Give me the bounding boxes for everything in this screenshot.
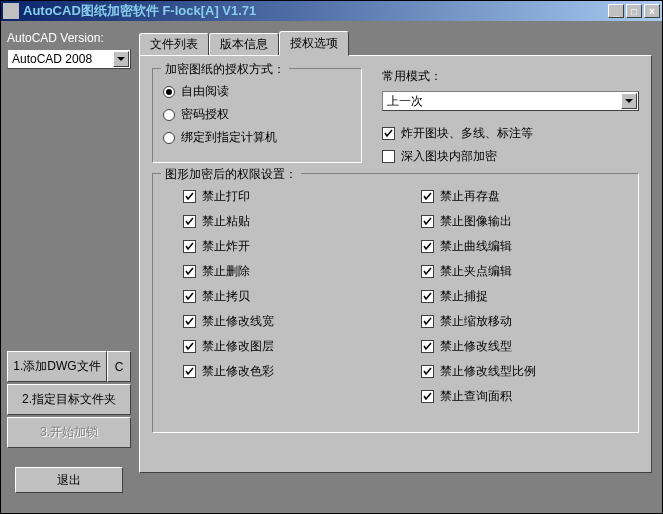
main-window: AutoCAD图纸加密软件 F-lock[A] V1.71 _ □ × Auto… bbox=[0, 0, 663, 514]
titlebar[interactable]: AutoCAD图纸加密软件 F-lock[A] V1.71 _ □ × bbox=[1, 1, 662, 21]
mode-panel: 常用模式： 上一次 炸开图块、多线、标注等 bbox=[382, 68, 639, 173]
perm-checkbox[interactable]: 禁止修改色彩 bbox=[183, 363, 391, 380]
perms-col-left: 禁止打印禁止粘贴禁止炸开禁止删除禁止拷贝禁止修改线宽禁止修改图层禁止修改色彩 bbox=[183, 188, 391, 413]
checkbox-explode[interactable]: 炸开图块、多线、标注等 bbox=[382, 125, 639, 142]
perm-checkbox[interactable]: 禁止曲线编辑 bbox=[421, 238, 629, 255]
radio-icon bbox=[163, 109, 175, 121]
checkbox-icon bbox=[382, 150, 395, 163]
perm-checkbox[interactable]: 禁止修改线宽 bbox=[183, 313, 391, 330]
radio-label: 自由阅读 bbox=[181, 83, 229, 100]
checkbox-label: 禁止图像输出 bbox=[440, 213, 512, 230]
tab-file-list[interactable]: 文件列表 bbox=[139, 33, 209, 55]
checkbox-icon bbox=[183, 265, 196, 278]
mode-label: 常用模式： bbox=[382, 68, 639, 85]
perm-checkbox[interactable]: 禁止拷贝 bbox=[183, 288, 391, 305]
checkbox-icon bbox=[421, 215, 434, 228]
checkbox-label: 禁止修改线宽 bbox=[202, 313, 274, 330]
close-button[interactable]: × bbox=[644, 4, 660, 18]
checkbox-label: 禁止粘贴 bbox=[202, 213, 250, 230]
checkbox-icon bbox=[421, 240, 434, 253]
radio-free-read[interactable]: 自由阅读 bbox=[163, 83, 351, 100]
left-buttons: 1.添加DWG文件 C 2.指定目标文件夹 3.开始加锁 bbox=[7, 351, 131, 450]
checkbox-label: 禁止再存盘 bbox=[440, 188, 500, 205]
checkbox-icon bbox=[183, 215, 196, 228]
tab-strip: 文件列表 版本信息 授权选项 bbox=[139, 31, 652, 55]
radio-label: 密码授权 bbox=[181, 106, 229, 123]
perm-checkbox[interactable]: 禁止修改线型比例 bbox=[421, 363, 629, 380]
radio-icon bbox=[163, 132, 175, 144]
checkbox-label: 禁止夹点编辑 bbox=[440, 263, 512, 280]
app-icon bbox=[3, 3, 19, 19]
perm-checkbox[interactable]: 禁止夹点编辑 bbox=[421, 263, 629, 280]
tab-content: 加密图纸的授权方式： 自由阅读 密码授权 绑定到指定计算机 bbox=[139, 55, 652, 473]
start-lock-button[interactable]: 3.开始加锁 bbox=[7, 417, 131, 448]
checkbox-label: 禁止修改图层 bbox=[202, 338, 274, 355]
version-value: AutoCAD 2008 bbox=[12, 52, 92, 66]
checkbox-label: 禁止打印 bbox=[202, 188, 250, 205]
checkbox-label: 深入图块内部加密 bbox=[401, 148, 497, 165]
checkbox-deep-encrypt[interactable]: 深入图块内部加密 bbox=[382, 148, 639, 165]
perm-checkbox[interactable]: 禁止删除 bbox=[183, 263, 391, 280]
perms-groupbox: 图形加密后的权限设置： 禁止打印禁止粘贴禁止炸开禁止删除禁止拷贝禁止修改线宽禁止… bbox=[152, 173, 639, 433]
mode-value: 上一次 bbox=[387, 93, 423, 110]
tab-area: 文件列表 版本信息 授权选项 加密图纸的授权方式： 自由阅读 密码授权 bbox=[139, 31, 652, 469]
add-dwg-button[interactable]: 1.添加DWG文件 bbox=[7, 351, 107, 382]
checkbox-label: 炸开图块、多线、标注等 bbox=[401, 125, 533, 142]
checkbox-icon bbox=[421, 190, 434, 203]
checkbox-icon bbox=[183, 240, 196, 253]
checkbox-icon bbox=[421, 390, 434, 403]
checkbox-label: 禁止修改线型 bbox=[440, 338, 512, 355]
autocad-version-select[interactable]: AutoCAD 2008 bbox=[7, 49, 131, 69]
perm-checkbox[interactable]: 禁止图像输出 bbox=[421, 213, 629, 230]
checkbox-icon bbox=[382, 127, 395, 140]
left-panel: AutoCAD Version: AutoCAD 2008 bbox=[7, 31, 131, 69]
checkbox-icon bbox=[183, 315, 196, 328]
perms-col-right: 禁止再存盘禁止图像输出禁止曲线编辑禁止夹点编辑禁止捕捉禁止缩放移动禁止修改线型禁… bbox=[421, 188, 629, 413]
perm-checkbox[interactable]: 禁止再存盘 bbox=[421, 188, 629, 205]
perm-checkbox[interactable]: 禁止修改图层 bbox=[183, 338, 391, 355]
perm-checkbox[interactable]: 禁止查询面积 bbox=[421, 388, 629, 405]
chevron-down-icon bbox=[113, 51, 129, 67]
tab-auth-options[interactable]: 授权选项 bbox=[279, 31, 349, 56]
target-folder-button[interactable]: 2.指定目标文件夹 bbox=[7, 384, 131, 415]
perm-checkbox[interactable]: 禁止缩放移动 bbox=[421, 313, 629, 330]
checkbox-icon bbox=[421, 290, 434, 303]
clear-button[interactable]: C bbox=[107, 351, 131, 382]
perm-checkbox[interactable]: 禁止粘贴 bbox=[183, 213, 391, 230]
checkbox-label: 禁止修改线型比例 bbox=[440, 363, 536, 380]
window-title: AutoCAD图纸加密软件 F-lock[A] V1.71 bbox=[23, 2, 608, 20]
checkbox-label: 禁止拷贝 bbox=[202, 288, 250, 305]
radio-password[interactable]: 密码授权 bbox=[163, 106, 351, 123]
minimize-button[interactable]: _ bbox=[608, 4, 624, 18]
checkbox-label: 禁止缩放移动 bbox=[440, 313, 512, 330]
checkbox-icon bbox=[183, 365, 196, 378]
auth-groupbox: 加密图纸的授权方式： 自由阅读 密码授权 绑定到指定计算机 bbox=[152, 68, 362, 163]
checkbox-icon bbox=[183, 190, 196, 203]
tab-version-info[interactable]: 版本信息 bbox=[209, 33, 279, 55]
chevron-down-icon bbox=[621, 93, 637, 109]
checkbox-label: 禁止修改色彩 bbox=[202, 363, 274, 380]
mode-select[interactable]: 上一次 bbox=[382, 91, 639, 111]
version-label: AutoCAD Version: bbox=[7, 31, 131, 45]
checkbox-label: 禁止曲线编辑 bbox=[440, 238, 512, 255]
checkbox-icon bbox=[421, 315, 434, 328]
maximize-button[interactable]: □ bbox=[626, 4, 642, 18]
checkbox-icon bbox=[183, 290, 196, 303]
checkbox-icon bbox=[421, 365, 434, 378]
perm-checkbox[interactable]: 禁止捕捉 bbox=[421, 288, 629, 305]
perm-checkbox[interactable]: 禁止打印 bbox=[183, 188, 391, 205]
checkbox-icon bbox=[421, 265, 434, 278]
auth-group-title: 加密图纸的授权方式： bbox=[161, 61, 289, 78]
radio-icon bbox=[163, 86, 175, 98]
client-area: AutoCAD Version: AutoCAD 2008 1.添加DWG文件 … bbox=[1, 21, 662, 513]
radio-label: 绑定到指定计算机 bbox=[181, 129, 277, 146]
perm-checkbox[interactable]: 禁止炸开 bbox=[183, 238, 391, 255]
checkbox-label: 禁止炸开 bbox=[202, 238, 250, 255]
checkbox-icon bbox=[183, 340, 196, 353]
checkbox-label: 禁止查询面积 bbox=[440, 388, 512, 405]
exit-button[interactable]: 退出 bbox=[15, 467, 123, 493]
radio-bind-computer[interactable]: 绑定到指定计算机 bbox=[163, 129, 351, 146]
perm-checkbox[interactable]: 禁止修改线型 bbox=[421, 338, 629, 355]
checkbox-icon bbox=[421, 340, 434, 353]
checkbox-label: 禁止捕捉 bbox=[440, 288, 488, 305]
